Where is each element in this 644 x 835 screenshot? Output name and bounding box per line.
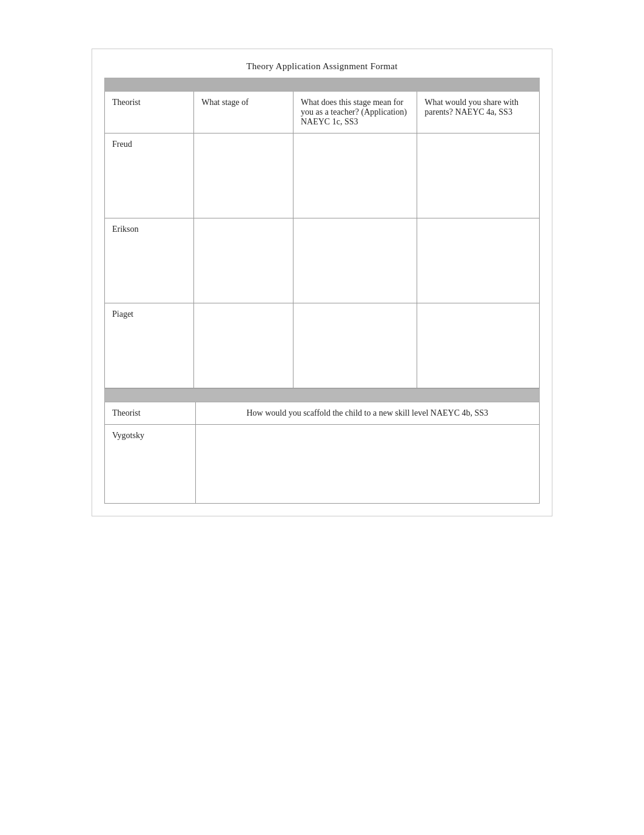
- page-container: Theory Application Assignment Format The…: [92, 49, 552, 516]
- row-piaget: Piaget: [105, 303, 540, 388]
- section1-table: Theorist What stage of What does this st…: [104, 78, 540, 388]
- scaffold-col-header-row: Theorist How would you scaffold the chil…: [105, 402, 540, 425]
- cell-piaget-meaning: [293, 303, 417, 388]
- row-erikson: Erikson: [105, 218, 540, 303]
- cell-piaget-name: Piaget: [105, 303, 194, 388]
- cell-piaget-parents: [417, 303, 540, 388]
- col-header-theorist: Theorist: [105, 92, 194, 134]
- cell-freud-meaning: [293, 134, 417, 218]
- section2-table: Theorist How would you scaffold the chil…: [104, 388, 540, 504]
- col-header-meaning: What does this stage mean for you as a t…: [293, 92, 417, 134]
- col-header-parents: What would you share with parents? NAEYC…: [417, 92, 540, 134]
- cell-erikson-meaning: [293, 218, 417, 303]
- scaffold-col-header-scaffold: How would you scaffold the child to a ne…: [195, 402, 539, 425]
- section1-header-bar: [105, 78, 540, 92]
- cell-erikson-parents: [417, 218, 540, 303]
- cell-erikson-name: Erikson: [105, 218, 194, 303]
- row-freud: Freud: [105, 134, 540, 218]
- section1-header-bar-cell: [105, 78, 540, 92]
- cell-freud-stage: [194, 134, 293, 218]
- cell-vygotsky-scaffold: [195, 425, 539, 504]
- col-header-row: Theorist What stage of What does this st…: [105, 92, 540, 134]
- cell-vygotsky-name: Vygotsky: [105, 425, 196, 504]
- cell-freud-name: Freud: [105, 134, 194, 218]
- section2-header-bar-cell: [105, 389, 540, 402]
- section2-header-bar: [105, 389, 540, 402]
- cell-erikson-stage: [194, 218, 293, 303]
- cell-piaget-stage: [194, 303, 293, 388]
- page-title: Theory Application Assignment Format: [104, 61, 540, 72]
- cell-freud-parents: [417, 134, 540, 218]
- scaffold-col-header-theorist: Theorist: [105, 402, 196, 425]
- col-header-stage: What stage of: [194, 92, 293, 134]
- row-vygotsky: Vygotsky: [105, 425, 540, 504]
